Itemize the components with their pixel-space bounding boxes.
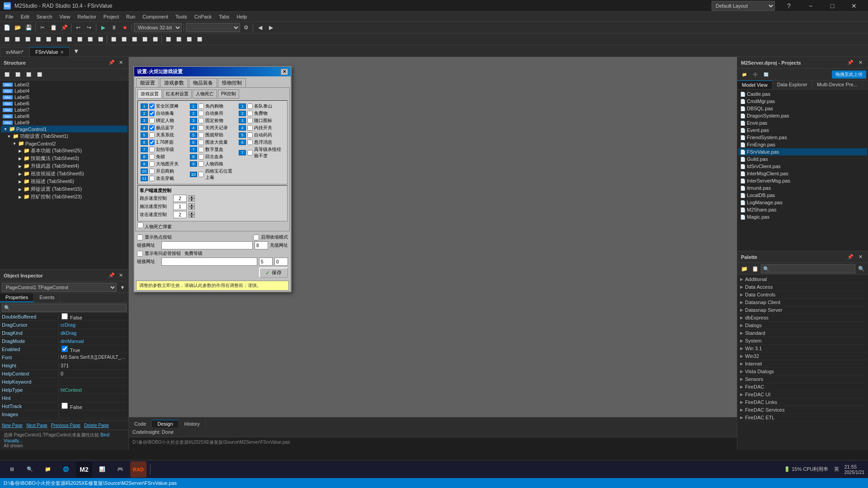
tree-label4[interactable]: Abc Label4 <box>1 88 127 94</box>
palette-dataaccess[interactable]: ▶ Data Access <box>738 283 867 291</box>
structure-pin-btn[interactable]: 📌 <box>108 59 116 67</box>
obj-tab-properties[interactable]: Properties <box>0 293 34 302</box>
speed-attack-up[interactable]: ▲ <box>189 211 195 215</box>
menu-edit[interactable]: Edit <box>17 13 33 20</box>
palette-system[interactable]: ▶ System <box>738 337 867 345</box>
ptree-event[interactable]: 📄 Event.pas <box>738 127 867 134</box>
tree-tabsheet5[interactable]: ▶ 📁 祝攻祝福述 (TabSheet5) <box>1 170 127 178</box>
tb2-btn-8[interactable]: ⬜ <box>75 34 85 44</box>
ptree-dbsql[interactable]: 📄 DBSQL.pas <box>738 105 867 112</box>
pause-btn[interactable]: ⏸ <box>109 23 119 33</box>
btn-prev-page[interactable]: Previous Page <box>51 423 80 428</box>
cb-closelog[interactable]: 4关闭天记录 <box>189 124 236 131</box>
redo-btn[interactable]: ↪ <box>84 23 94 33</box>
tb2-btn-17[interactable]: ⬜ <box>174 34 184 44</box>
excel-taskbar-btn[interactable]: 📊 <box>94 461 110 478</box>
ptree-intermsg[interactable]: 📄 InterMsgClient.pas <box>738 170 867 177</box>
tree-label2[interactable]: Abc Label2 <box>1 81 127 88</box>
use-collapse-cb[interactable] <box>253 235 259 240</box>
menu-tabs[interactable]: Tabs <box>215 13 233 20</box>
tree-tabsheet23[interactable]: ▶ 📁 挖矿控制 (TabSheet23) <box>1 193 127 201</box>
start-btn[interactable]: ⊞ <box>4 461 20 478</box>
obj-tab-events[interactable]: Events <box>34 293 61 302</box>
proj-tab-data[interactable]: Data Explorer <box>773 80 812 89</box>
ptree-envir[interactable]: 📄 Envir.pas <box>738 119 867 127</box>
palette-win31[interactable]: ▶ Win 3.1 <box>738 345 867 352</box>
obj-pin-btn[interactable]: 📌 <box>108 272 116 280</box>
dialog-tab-2[interactable]: 游戏参数 <box>160 78 188 87</box>
dialog-tab-1[interactable]: 能设置 <box>136 78 159 87</box>
ptree-intersrv[interactable]: 📄 InterServerMsg.pas <box>738 177 867 184</box>
speed-cast-dn[interactable]: ▼ <box>189 206 195 210</box>
cb-gem4[interactable]: 10四格宝石位置上毒 <box>189 168 236 181</box>
palette-internet[interactable]: ▶ Internet <box>738 360 867 368</box>
proj-tb-3[interactable]: 🔄 <box>761 70 771 80</box>
cb-innerswitch[interactable]: 4内挂开关 <box>238 124 285 131</box>
palette-datasnapclient[interactable]: ▶ Datasnap Client <box>738 299 867 306</box>
palette-firedacui[interactable]: ▶ FireDAC UI <box>738 391 867 399</box>
tab-fsrvvalue[interactable]: FSrvValue ✕ <box>29 47 70 56</box>
tb2-btn-13[interactable]: ⬜ <box>129 34 139 44</box>
obj-type-select[interactable]: PageControl1 TPageControl <box>2 283 117 292</box>
free-grade-val[interactable] <box>274 258 288 266</box>
files-taskbar-btn[interactable]: 📁 <box>40 461 56 478</box>
paste-btn[interactable]: 📌 <box>59 23 69 33</box>
cb-watchhelp[interactable]: 5围观帮助 <box>189 131 236 139</box>
proj-tb-2[interactable]: ➕ <box>750 70 760 80</box>
palette-close-btn[interactable]: ✕ <box>856 253 864 261</box>
struct-tb-1[interactable]: ⬜ <box>2 70 12 80</box>
tree-pagecontrol1[interactable]: ▼ 📁 PageControl1 <box>1 126 127 132</box>
structure-close-btn[interactable]: ✕ <box>117 59 125 67</box>
ptree-localdb[interactable]: 📄 LocalDB.pas <box>738 192 867 199</box>
menu-component[interactable]: Component <box>139 13 172 20</box>
cb-shop[interactable]: 10开启商购 <box>140 168 187 175</box>
menu-run[interactable]: Run <box>123 13 139 20</box>
new-btn[interactable]: 📄 <box>2 23 12 33</box>
palette-additional[interactable]: ▶ Additional <box>738 276 867 283</box>
ptree-cmdmgr[interactable]: 📄 CmdMgr.pas <box>738 98 867 105</box>
cb-relations[interactable]: 5关系系统 <box>140 131 187 139</box>
palette-firedaclinks[interactable]: ▶ FireDAC Links <box>738 399 867 406</box>
menu-file[interactable]: File <box>2 13 17 20</box>
config-select[interactable] <box>186 23 240 32</box>
tree-label5[interactable]: Abc Label5 <box>1 94 127 100</box>
tree-label6[interactable]: Abc Label6 <box>1 100 127 107</box>
platform-select[interactable]: Windows 32-bit <box>134 23 182 32</box>
cb-bindchar[interactable]: 3绑定人物 <box>140 117 187 124</box>
cb-retro[interactable]: 8回古血条 <box>189 153 236 160</box>
speed-walk-dn[interactable]: ▼ <box>189 198 195 202</box>
palette-firedacservices[interactable]: ▶ FireDAC Services <box>738 406 867 414</box>
palette-tb-2[interactable]: 📋 <box>750 264 760 274</box>
tb2-btn-9[interactable]: ⬜ <box>85 34 95 44</box>
cb-freebuy[interactable]: 1免内购物 <box>189 103 236 110</box>
palette-vistadialogs[interactable]: ▶ Vista Dialogs <box>738 368 867 375</box>
tb2-btn-19[interactable]: ⬜ <box>194 34 204 44</box>
obj-dropdown-btn[interactable]: ▼ <box>118 283 127 291</box>
palette-dialogs[interactable]: ▶ Dialogs <box>738 322 867 329</box>
cb-176ui[interactable]: 61.76界面 <box>140 139 187 146</box>
proj-tab-multi[interactable]: Multi-Device Pre... <box>812 80 863 89</box>
palette-tb-1[interactable]: 📁 <box>739 264 749 274</box>
show-hot-cb[interactable] <box>137 235 143 240</box>
bind-visually-link[interactable]: Bind Visually... <box>4 432 109 443</box>
undo-btn[interactable]: ↩ <box>73 23 83 33</box>
death-popup-cb[interactable] <box>137 222 143 228</box>
palette-firedac[interactable]: ▶ FireDAC <box>738 383 867 391</box>
server-val2[interactable] <box>259 258 273 266</box>
prop-doublebuffered-cb[interactable] <box>61 313 68 319</box>
cb-autotoxin[interactable]: 2自动换毒 <box>140 110 187 117</box>
speed-walk-input[interactable] <box>173 195 187 202</box>
project-close-btn[interactable]: ✕ <box>856 59 864 67</box>
struct-tb-4[interactable]: ⬜ <box>34 70 44 80</box>
ptree-frnengn[interactable]: 📄 FrnEngn.pas <box>738 141 867 148</box>
dialog-close-btn[interactable]: ✕ <box>281 69 288 75</box>
tree-label9[interactable]: Abc Label9 <box>1 119 127 126</box>
stop-btn[interactable]: ■ <box>120 23 130 33</box>
tb2-btn-4[interactable]: ⬜ <box>33 34 43 44</box>
cb-4grid[interactable]: 9人物四格 <box>189 160 236 168</box>
struct-tb-2[interactable]: ⬜ <box>13 70 23 80</box>
tb2-btn-3[interactable]: ⬜ <box>23 34 33 44</box>
palette-standard[interactable]: ▶ Standard <box>738 329 867 337</box>
palette-pin-btn[interactable]: 📌 <box>846 253 854 261</box>
tb2-btn-12[interactable]: ⬜ <box>119 34 129 44</box>
